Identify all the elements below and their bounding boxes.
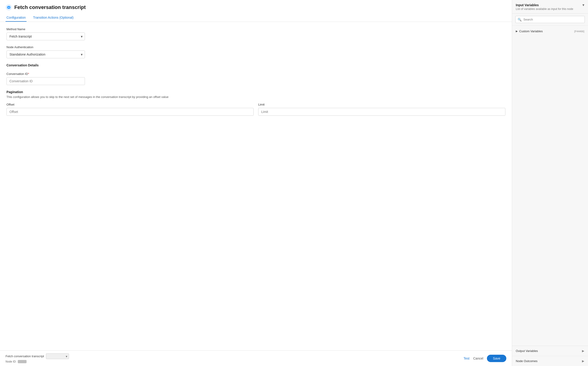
footer-actions: Test Cancel Save [464, 355, 506, 362]
node-outcomes-item[interactable]: Node Outcomes ▶ [512, 356, 588, 366]
output-variables-label: Output Variables [516, 349, 538, 353]
footer: Fetch conversation transcript ▾ Node ID:… [0, 350, 512, 366]
custom-variables-item[interactable]: ▶ Custom Variables [F44466] [512, 27, 588, 35]
conversation-id-input[interactable] [7, 77, 85, 85]
node-outcomes-expand-icon: ▶ [582, 359, 584, 363]
footer-breadcrumb: Fetch conversation transcript ▾ [6, 353, 69, 359]
node-auth-select-wrapper: Standalone Authorization ▾ [7, 51, 85, 58]
cancel-button[interactable]: Cancel [473, 357, 483, 360]
search-box: 🔍 [512, 14, 588, 26]
node-auth-select[interactable]: Standalone Authorization [7, 51, 85, 58]
offset-label: Offset [7, 103, 254, 106]
footer-node-id: Node ID: [6, 360, 69, 363]
footer-info: Fetch conversation transcript ▾ Node ID: [6, 353, 69, 363]
test-button[interactable]: Test [464, 357, 470, 360]
footer-select-wrapper: ▾ [46, 353, 69, 359]
svg-point-3 [9, 7, 10, 8]
svg-point-1 [8, 7, 8, 8]
right-panel-title: Input Variables [516, 3, 573, 7]
conversation-id-field: Conversation ID* [7, 72, 505, 85]
pagination-section: Pagination This configuration allows you… [7, 90, 505, 116]
save-button[interactable]: Save [487, 355, 506, 362]
right-panel-subtitle: List of variables available as input for… [516, 7, 573, 11]
offset-input[interactable] [7, 108, 254, 116]
custom-variables-badge: [F44466] [574, 30, 584, 33]
conversation-id-label: Conversation ID* [7, 72, 505, 76]
limit-field: Limit [258, 103, 505, 116]
node-auth-field: Node Authentication Standalone Authoriza… [7, 46, 505, 58]
right-panel: Input Variables List of variables availa… [512, 0, 588, 366]
node-auth-label: Node Authentication [7, 46, 505, 49]
offset-field: Offset [7, 103, 254, 116]
search-icon: 🔍 [518, 18, 522, 22]
conversation-details-title: Conversation Details [7, 63, 505, 67]
node-outcomes-label: Node Outcomes [516, 359, 537, 363]
right-panel-header: Input Variables List of variables availa… [512, 0, 588, 14]
svg-point-2 [8, 7, 9, 8]
method-name-label: Method Name [7, 27, 505, 31]
custom-variables-label: Custom Variables [519, 30, 543, 33]
node-id-badge [18, 360, 26, 363]
tabs-bar: Configuration Transition Actions (Option… [6, 14, 506, 22]
node-id-label: Node ID: [6, 360, 16, 363]
footer-select[interactable] [46, 353, 69, 359]
main-content: Method Name Fetch transcript ▾ Node Auth… [0, 22, 512, 350]
output-variables-expand-icon: ▶ [582, 349, 584, 353]
method-name-select-wrapper: Fetch transcript ▾ [7, 32, 85, 40]
tab-transition-actions[interactable]: Transition Actions (Optional) [32, 14, 74, 22]
search-input[interactable] [515, 16, 585, 23]
footer-breadcrumb-label: Fetch conversation transcript [6, 354, 44, 358]
tab-configuration[interactable]: Configuration [6, 14, 26, 22]
conversation-details-section: Conversation Details [7, 63, 505, 67]
page-title: Fetch conversation transcript [14, 4, 86, 10]
header: Fetch conversation transcript Configurat… [0, 0, 512, 22]
pagination-title: Pagination [7, 90, 505, 94]
variables-list: ▶ Custom Variables [F44466] [512, 26, 588, 346]
method-name-field: Method Name Fetch transcript ▾ [7, 27, 505, 40]
pagination-description: This configuration allows you to skip to… [7, 95, 505, 99]
limit-label: Limit [258, 103, 505, 106]
expand-arrow-icon: ▶ [516, 30, 518, 33]
pagination-inputs-row: Offset Limit [7, 103, 505, 116]
app-logo [6, 4, 12, 11]
header-title-row: Fetch conversation transcript [6, 4, 506, 11]
output-variables-item[interactable]: Output Variables ▶ [512, 346, 588, 356]
method-name-select[interactable]: Fetch transcript [7, 32, 85, 40]
collapse-button[interactable]: ▾ [582, 3, 584, 7]
limit-input[interactable] [258, 108, 505, 116]
right-panel-footer: Output Variables ▶ Node Outcomes ▶ [512, 346, 588, 366]
